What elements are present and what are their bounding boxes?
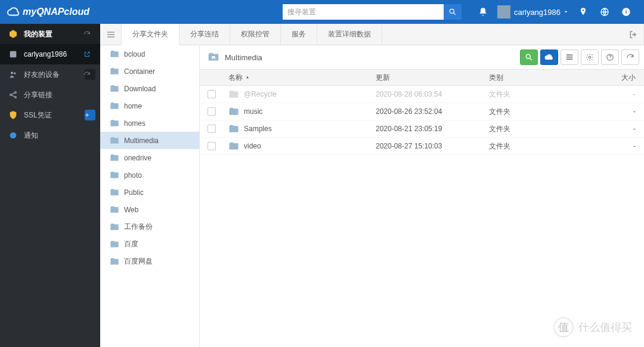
sidebar-item-device[interactable]: carlyang1986 bbox=[0, 44, 100, 64]
refresh-icon[interactable] bbox=[85, 69, 95, 80]
file-type: 文件夹 bbox=[489, 107, 608, 117]
tab-device-details[interactable]: 装置详细数据 bbox=[317, 24, 382, 45]
file-name: video bbox=[244, 142, 261, 150]
file-updated: 2020-08-28 06:03:54 bbox=[376, 90, 489, 98]
tab-services[interactable]: 服务 bbox=[281, 24, 317, 45]
user-menu[interactable]: carlyang1986 bbox=[497, 5, 569, 18]
svg-point-6 bbox=[11, 72, 13, 74]
folder-icon bbox=[228, 142, 239, 151]
file-updated: 2020-08-21 23:05:19 bbox=[376, 125, 489, 133]
sidebar-item-label: 好友的设备 bbox=[24, 70, 60, 80]
folder-icon bbox=[110, 240, 119, 249]
settings-button[interactable] bbox=[581, 49, 599, 65]
search-input[interactable] bbox=[283, 4, 444, 20]
refresh-button[interactable] bbox=[621, 49, 639, 65]
tree-item[interactable]: Download bbox=[100, 80, 199, 97]
tab-shared-links[interactable]: 分享连结 bbox=[179, 24, 230, 45]
location-button[interactable] bbox=[572, 0, 594, 24]
file-size: - bbox=[608, 142, 644, 150]
help-button[interactable] bbox=[601, 49, 619, 65]
sidebar-item-share-links[interactable]: 分享链接 bbox=[0, 85, 100, 105]
upload-button[interactable] bbox=[540, 49, 558, 65]
search-folder-button[interactable] bbox=[520, 49, 538, 65]
row-checkbox[interactable] bbox=[208, 125, 216, 133]
row-checkbox[interactable] bbox=[208, 107, 216, 116]
file-updated: 2020-08-26 23:52:04 bbox=[376, 107, 489, 116]
column-size[interactable]: 大小 bbox=[608, 73, 644, 83]
toolbar bbox=[520, 49, 639, 65]
gear-icon bbox=[586, 53, 594, 61]
svg-point-20 bbox=[589, 56, 591, 58]
tree-item[interactable]: onedrive bbox=[100, 149, 199, 166]
svg-point-10 bbox=[15, 97, 17, 98]
svg-rect-14 bbox=[107, 36, 114, 37]
external-link-icon[interactable] bbox=[85, 49, 95, 60]
plus-badge-icon[interactable] bbox=[85, 110, 95, 120]
svg-rect-18 bbox=[566, 57, 573, 58]
file-table-body: @Recycle2020-08-28 06:03:54文件夹-music2020… bbox=[200, 86, 644, 155]
tree-item[interactable]: Multimedia bbox=[100, 132, 199, 149]
sidebar-item-label: 分享链接 bbox=[24, 90, 52, 100]
tree-item[interactable]: 百度 bbox=[100, 236, 199, 253]
folder-icon bbox=[110, 50, 119, 58]
folder-icon bbox=[110, 206, 119, 214]
tree-item[interactable]: Web bbox=[100, 201, 199, 218]
folder-icon bbox=[110, 188, 119, 197]
row-checkbox[interactable] bbox=[208, 90, 216, 98]
tree-item-label: homes bbox=[124, 119, 145, 128]
svg-point-11 bbox=[10, 132, 17, 139]
svg-text:i: i bbox=[626, 9, 627, 15]
tree-item[interactable]: homes bbox=[100, 114, 199, 132]
tab-bar: 分享文件夹 分享连结 权限控管 服务 装置详细数据 bbox=[100, 24, 644, 45]
tab-shared-folders[interactable]: 分享文件夹 bbox=[122, 24, 179, 45]
sidebar-item-friends[interactable]: 好友的设备 bbox=[0, 64, 100, 85]
tree-item[interactable]: Container bbox=[100, 63, 199, 80]
search-box bbox=[283, 4, 462, 20]
hamburger-button[interactable] bbox=[100, 24, 122, 45]
file-updated: 2020-08-27 15:10:03 bbox=[376, 142, 489, 150]
tree-item[interactable]: photo bbox=[100, 166, 199, 184]
folder-icon bbox=[110, 258, 119, 266]
user-name-label: carlyang1986 bbox=[514, 8, 561, 17]
tree-item[interactable]: home bbox=[100, 97, 199, 114]
search-icon bbox=[448, 8, 457, 16]
tree-item[interactable]: bcloud bbox=[100, 45, 199, 63]
svg-point-0 bbox=[450, 9, 454, 13]
sidebar-item-label: 我的装置 bbox=[24, 29, 52, 39]
brand-logo: myQNAPcloud bbox=[7, 5, 89, 18]
tree-item[interactable]: 工作备份 bbox=[100, 218, 199, 236]
sidebar-item-ssl[interactable]: SSL凭证 bbox=[0, 105, 100, 125]
search-button[interactable] bbox=[444, 4, 462, 20]
list-view-button[interactable] bbox=[561, 49, 578, 65]
info-button[interactable]: i bbox=[615, 0, 637, 24]
folder-icon bbox=[110, 223, 119, 231]
table-row[interactable]: @Recycle2020-08-28 06:03:54文件夹- bbox=[200, 86, 644, 103]
column-type[interactable]: 类别 bbox=[489, 73, 608, 83]
column-updated[interactable]: 更新 bbox=[376, 73, 489, 83]
table-row[interactable]: video2020-08-27 15:10:03文件夹- bbox=[200, 138, 644, 155]
globe-button[interactable] bbox=[594, 0, 615, 24]
svg-rect-19 bbox=[566, 58, 573, 60]
column-name[interactable]: 名称 bbox=[224, 73, 376, 83]
folder-icon bbox=[228, 107, 239, 116]
tree-item-label: Multimedia bbox=[124, 137, 159, 145]
logout-button[interactable] bbox=[623, 24, 644, 45]
sidebar-item-my-devices[interactable]: 我的装置 bbox=[0, 24, 100, 44]
table-row[interactable]: music2020-08-26 23:52:04文件夹- bbox=[200, 103, 644, 120]
tree-item[interactable]: 百度网盘 bbox=[100, 253, 199, 270]
tab-permissions[interactable]: 权限控管 bbox=[230, 24, 281, 45]
home-folder-icon bbox=[207, 51, 220, 64]
table-row[interactable]: Samples2020-08-21 23:05:19文件夹- bbox=[200, 120, 644, 138]
svg-rect-13 bbox=[107, 34, 114, 35]
sidebar-item-notify[interactable]: 通知 bbox=[0, 125, 100, 145]
svg-point-15 bbox=[526, 54, 530, 58]
row-checkbox[interactable] bbox=[208, 142, 216, 150]
svg-point-9 bbox=[15, 92, 17, 94]
hamburger-icon bbox=[106, 30, 116, 39]
pin-icon bbox=[578, 7, 588, 17]
tree-item-label: onedrive bbox=[124, 154, 151, 162]
refresh-icon[interactable] bbox=[85, 29, 95, 39]
tree-item[interactable]: Public bbox=[100, 184, 199, 201]
sort-asc-icon bbox=[245, 75, 250, 80]
notifications-button[interactable] bbox=[472, 0, 494, 24]
